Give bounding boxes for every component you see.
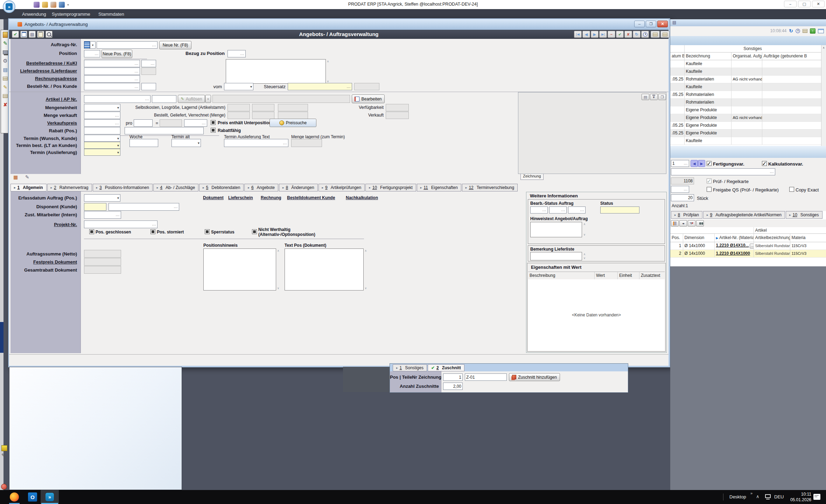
rabattfaehig-checkbox[interactable] — [211, 128, 216, 133]
rabatt-input[interactable] — [84, 127, 120, 134]
bestelldokument-kunde-link[interactable]: Bestelldokument Kunde — [287, 195, 335, 200]
prodat-app-icon[interactable] — [3, 0, 15, 13]
nav-first-button[interactable] — [574, 31, 582, 38]
disponent-name-input[interactable] — [108, 203, 179, 211]
record-stop-icon[interactable] — [1, 484, 7, 490]
bearb-status-input-1[interactable] — [530, 206, 548, 214]
exit-door-icon[interactable] — [2, 32, 8, 37]
neue-nr-button[interactable]: Neue Nr. (F8) — [159, 41, 191, 49]
anzahl-zuschnitte-input[interactable]: 2,00 — [443, 383, 463, 390]
new-record-button[interactable] — [20, 31, 27, 38]
variant-number-input[interactable]: 1 — [671, 160, 689, 167]
scroll-up-icon[interactable] — [327, 60, 329, 63]
sperrstatus-checkbox[interactable] — [205, 229, 210, 234]
address-textarea[interactable] — [226, 59, 326, 84]
edit-view-icon[interactable] — [25, 174, 29, 180]
tab-angebote[interactable]: 6Angebote — [244, 184, 278, 191]
termin-alt-dropdown[interactable] — [172, 139, 201, 147]
app-close-button[interactable] — [812, 1, 825, 7]
gear-icon[interactable] — [2, 58, 8, 64]
variant-name-input[interactable] — [671, 168, 775, 175]
termin-wunsch-dropdown[interactable] — [84, 135, 120, 142]
column-chooser-button[interactable] — [671, 220, 679, 226]
package-remove-icon[interactable] — [2, 76, 8, 81]
col-einheit[interactable]: Einheit — [618, 272, 639, 280]
table-row[interactable]: .05.25RohmaterialienAG nicht vorhanden — [670, 75, 821, 83]
scroll-down-icon[interactable] — [583, 233, 586, 236]
festpreis-label[interactable]: Festpreis Dokument — [10, 259, 77, 265]
scroll-up-icon[interactable] — [277, 250, 279, 252]
col-material[interactable]: Materia — [790, 233, 826, 242]
accept-button[interactable] — [616, 31, 624, 38]
color-tool-icon[interactable] — [1, 445, 7, 451]
tab-aenderungen[interactable]: 8Änderungen — [279, 184, 318, 191]
tab-sonstiges-10[interactable]: 10Sonstiges — [786, 211, 822, 219]
confirm-button[interactable] — [12, 31, 19, 38]
termin-ausl-text-input[interactable] — [224, 139, 288, 147]
app-maximize-button[interactable] — [798, 1, 811, 7]
menu-anwendung[interactable]: Anwendung — [22, 12, 46, 17]
bemerkung-input[interactable] — [530, 252, 582, 260]
quick-access-icon-1[interactable] — [34, 2, 40, 8]
stueck-input[interactable]: 20 — [671, 194, 694, 201]
copy-document-icon[interactable] — [2, 67, 8, 72]
scroll-down-icon[interactable] — [365, 287, 367, 290]
window-titlebar[interactable]: Angebots- / Auftragsverwaltung — [9, 19, 668, 30]
quick-access-icon-4[interactable] — [59, 2, 65, 8]
app-minimize-button[interactable] — [784, 1, 797, 7]
paste-button[interactable] — [37, 31, 44, 38]
firefox-icon[interactable] — [10, 492, 19, 502]
status-input[interactable] — [600, 206, 639, 214]
tab-sonstiges[interactable]: 1Sonstiges — [393, 364, 427, 371]
stock-button[interactable] — [651, 31, 660, 38]
vertical-scrollbar[interactable] — [821, 45, 826, 146]
table-row[interactable]: .05.25Eigene Produkte — [670, 129, 821, 137]
col-organisat[interactable]: Organisat. Aufgabe — [731, 52, 762, 60]
kalkulationsvar-checkbox[interactable] — [762, 161, 767, 166]
dokument-link[interactable]: Dokument — [203, 195, 224, 200]
auftrags-nr-input[interactable] — [97, 41, 158, 49]
copy-button[interactable] — [29, 31, 36, 38]
delete-icon[interactable] — [2, 102, 8, 107]
table-row[interactable]: Kaufteile — [670, 83, 821, 91]
nav-next-button[interactable] — [591, 31, 598, 38]
positionshinweis-textarea[interactable] — [203, 248, 276, 290]
scroll-up-icon[interactable] — [583, 223, 586, 226]
quick-access-icon-3[interactable] — [50, 2, 56, 8]
zeichnung-nr-input[interactable]: Z-01 — [465, 373, 507, 381]
package-icon[interactable] — [2, 93, 8, 99]
variant-prev-button[interactable] — [691, 160, 698, 167]
artikel-link[interactable]: 1.2210 Ø14X10... — [716, 243, 749, 248]
tab-pruefplan[interactable]: 8Prüfplan — [671, 211, 702, 219]
scroll-down-icon[interactable] — [327, 80, 329, 83]
cart-icon[interactable] — [2, 49, 8, 55]
scroll-up-icon[interactable] — [583, 253, 586, 256]
right-window-titlebar[interactable] — [670, 19, 826, 26]
menu-stammdaten[interactable]: Stammdaten — [98, 12, 124, 17]
scroll-up-icon[interactable] — [821, 45, 826, 49]
search-button[interactable] — [46, 31, 52, 38]
quick-access-icon-2[interactable] — [42, 2, 48, 8]
termin-ausl-dropdown[interactable] — [84, 149, 120, 156]
action-center-icon[interactable] — [813, 494, 820, 500]
col-artikelbezeichnung[interactable]: Artikelbezeichnung — [754, 233, 790, 242]
scroll-up-icon[interactable] — [365, 250, 367, 252]
preview-download-button[interactable] — [650, 94, 658, 100]
zuschnitt-hinzufuegen-button[interactable]: Zuschnitt hinzufügen — [509, 373, 560, 381]
tab-rahmenvertrag[interactable]: 2Rahmenvertrag — [47, 184, 92, 191]
window-restore-button[interactable] — [646, 21, 656, 27]
overflow-chevron-icon[interactable] — [750, 491, 752, 495]
pos-storniert-checkbox[interactable] — [150, 229, 155, 234]
table-row[interactable]: Eigene Produkte — [670, 106, 821, 114]
projekt-nr-label[interactable]: Projekt-Nr. — [10, 222, 77, 227]
steuersatz-input[interactable] — [288, 83, 352, 90]
outlook-icon[interactable]: O — [28, 492, 37, 502]
edit-tool-icon[interactable] — [1, 453, 6, 458]
position-input[interactable] — [84, 50, 100, 57]
tab-auftragsbegleitende[interactable]: 9Auftragsbegleitende Artikel/Normen — [703, 211, 785, 219]
network-icon[interactable] — [765, 494, 771, 498]
rechnung-link[interactable]: Rechnung — [261, 195, 281, 200]
desktop-button[interactable]: Desktop — [729, 494, 746, 499]
clock-icon[interactable] — [796, 29, 800, 33]
document-preview-panel[interactable] — [9, 367, 182, 490]
